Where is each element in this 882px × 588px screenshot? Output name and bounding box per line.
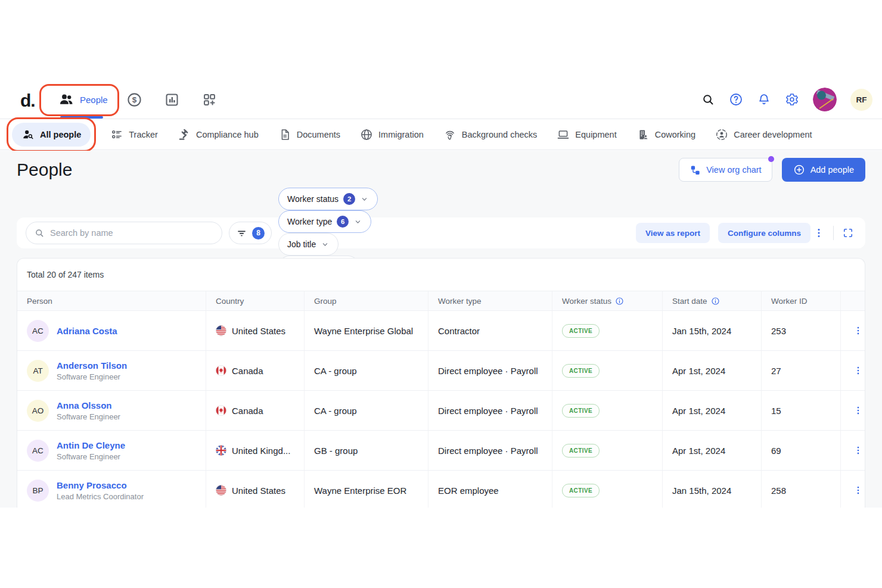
- filter-count-badge: 8: [252, 227, 265, 239]
- expand-icon: [842, 227, 854, 239]
- filter-pill-job-title[interactable]: Job title: [278, 233, 338, 256]
- finance-icon[interactable]: [126, 92, 142, 108]
- worker-id-cell: 258: [762, 471, 841, 508]
- row-menu-button[interactable]: [850, 363, 865, 378]
- subnav-item-compliance-hub[interactable]: Compliance hub: [178, 128, 259, 141]
- status-badge: ACTIVE: [562, 404, 600, 418]
- table-row: AT Anderson Tilson Software Engineer Can…: [17, 351, 865, 391]
- people-table-card: Total 20 of 247 items Person Country Gro…: [17, 258, 865, 508]
- apps-icon[interactable]: [201, 92, 218, 108]
- analytics-icon[interactable]: [164, 92, 180, 108]
- country-cell: Canada: [206, 351, 305, 390]
- kebab-icon: [853, 405, 864, 416]
- info-icon[interactable]: [711, 297, 720, 306]
- avatar: AO: [27, 400, 49, 422]
- org-chart-icon: [690, 164, 701, 176]
- group-cell: Wayne Enterprise EOR: [305, 471, 428, 508]
- kebab-icon: [853, 365, 864, 376]
- country-flag-icon: [216, 325, 226, 336]
- subnav-item-immigration[interactable]: Immigration: [360, 128, 424, 141]
- group-cell: Wayne Enterprise Global: [305, 311, 428, 350]
- search-icon[interactable]: [701, 92, 715, 107]
- person-name-link[interactable]: Anderson Tilson: [57, 360, 127, 371]
- status-badge: ACTIVE: [562, 444, 600, 458]
- page-content: People View org chart Add people 8: [0, 151, 882, 508]
- row-actions-cell: [841, 351, 865, 390]
- info-icon[interactable]: [615, 297, 624, 306]
- person-job-title: Software Engineer: [57, 412, 120, 421]
- app-window: d. People: [0, 0, 882, 588]
- start-date-cell: Apr 1st, 2024: [663, 391, 762, 430]
- pill-count-badge: 2: [343, 193, 355, 205]
- person-cell: AT Anderson Tilson Software Engineer: [17, 351, 206, 390]
- table-row: AC Antin De Cleyne Software Engineer Uni…: [17, 431, 865, 471]
- row-menu-button[interactable]: [850, 483, 865, 498]
- person-name-link[interactable]: Benny Prosacco: [57, 480, 144, 490]
- subnav-item-coworking[interactable]: Coworking: [636, 128, 696, 141]
- secondary-navigation: All people Tracker Compliance hub Docume…: [0, 119, 882, 150]
- table-row: AC Adriana Costa United States Wayne Ent…: [17, 311, 865, 351]
- tab-people[interactable]: People: [58, 82, 108, 117]
- subnav-item-equipment[interactable]: Equipment: [557, 128, 616, 141]
- column-header-worker-type: Worker type: [428, 291, 552, 310]
- top-navigation-bar: d. People: [0, 82, 882, 119]
- gavel-icon: [178, 128, 191, 141]
- fullscreen-button[interactable]: [840, 225, 856, 241]
- help-icon[interactable]: [729, 92, 743, 107]
- worker-id-cell: 253: [762, 311, 841, 350]
- avatar: AC: [27, 440, 49, 462]
- column-header-start-date: Start date: [663, 291, 762, 310]
- column-header-worker-status: Worker status: [552, 291, 663, 310]
- gear-icon[interactable]: [785, 92, 799, 107]
- person-cell: AC Antin De Cleyne Software Engineer: [17, 431, 206, 470]
- subnav-item-tracker[interactable]: Tracker: [110, 128, 158, 141]
- person-name-link[interactable]: Antin De Cleyne: [57, 440, 125, 450]
- worker-type-cell: Direct employee · Payroll: [428, 351, 552, 390]
- chevron-down-icon: [360, 195, 369, 204]
- worker-status-cell: ACTIVE: [552, 311, 663, 350]
- table-row: BP Benny Prosacco Lead Metrics Coordinat…: [17, 471, 865, 508]
- add-people-button[interactable]: Add people: [782, 158, 865, 182]
- view-as-report-button[interactable]: View as report: [636, 223, 710, 243]
- subnav-item-label: Immigration: [378, 130, 424, 139]
- person-name-link[interactable]: Anna Olsson: [57, 400, 120, 410]
- subnav-item-label: Documents: [297, 130, 340, 139]
- tab-people-label: People: [80, 95, 108, 105]
- person-cell: AO Anna Olsson Software Engineer: [17, 391, 206, 430]
- subnav-item-background-checks[interactable]: Background checks: [443, 128, 538, 141]
- view-org-chart-button[interactable]: View org chart: [679, 158, 772, 182]
- organization-avatar[interactable]: [813, 88, 837, 111]
- person-search-icon: [21, 128, 35, 141]
- row-menu-button[interactable]: [850, 323, 865, 338]
- person-cell: AC Adriana Costa: [17, 311, 206, 350]
- configure-columns-button[interactable]: Configure columns: [718, 223, 810, 243]
- more-options-button[interactable]: [810, 225, 827, 241]
- subnav-item-label: Career development: [734, 130, 812, 139]
- row-menu-button[interactable]: [850, 443, 865, 458]
- page-title: People: [17, 160, 72, 180]
- row-menu-button[interactable]: [850, 403, 865, 418]
- subnav-item-career-development[interactable]: Career development: [715, 128, 812, 141]
- subnav-item-all-people[interactable]: All people: [12, 123, 91, 147]
- chevron-down-icon: [353, 217, 362, 226]
- filter-icon: [236, 228, 247, 239]
- filters-button[interactable]: 8: [229, 222, 272, 244]
- table-header-row: Person Country Group Worker type Worker …: [17, 291, 865, 311]
- person-name-link[interactable]: Adriana Costa: [57, 326, 117, 336]
- people-icon: [58, 92, 74, 107]
- person-job-title: Software Engineer: [57, 372, 127, 381]
- notifications-bell-icon[interactable]: [757, 92, 771, 107]
- person-cell: BP Benny Prosacco Lead Metrics Coordinat…: [17, 471, 206, 508]
- row-actions-cell: [841, 431, 865, 470]
- country-flag-icon: [216, 485, 226, 496]
- subnav-item-documents[interactable]: Documents: [278, 128, 340, 141]
- filter-pill-worker-type[interactable]: Worker type 6: [278, 210, 371, 233]
- status-badge: ACTIVE: [562, 324, 600, 338]
- search-input[interactable]: [50, 228, 214, 238]
- country-cell: United States: [206, 311, 305, 350]
- filter-pill-worker-status[interactable]: Worker status 2: [278, 188, 378, 210]
- user-avatar[interactable]: RF: [850, 89, 872, 111]
- divider: [833, 226, 834, 240]
- column-header-worker-id: Worker ID: [762, 291, 841, 310]
- column-header-group: Group: [305, 291, 428, 310]
